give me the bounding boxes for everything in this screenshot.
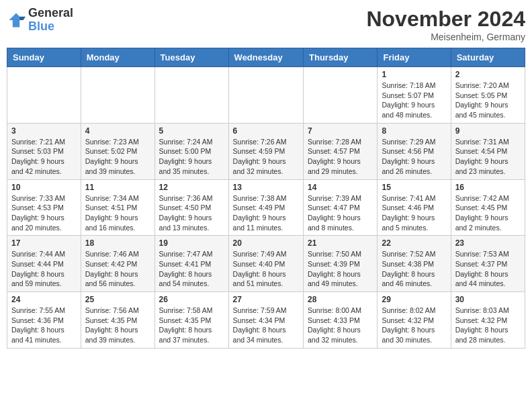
day-info: Sunrise: 7:58 AM Sunset: 4:35 PM Dayligh… bbox=[159, 306, 224, 345]
day-number: 12 bbox=[159, 183, 224, 192]
calendar-cell: 27Sunrise: 7:59 AM Sunset: 4:34 PM Dayli… bbox=[228, 292, 303, 349]
calendar-cell: 10Sunrise: 7:33 AM Sunset: 4:53 PM Dayli… bbox=[7, 179, 81, 236]
calendar-cell bbox=[81, 67, 154, 124]
calendar-cell: 22Sunrise: 7:52 AM Sunset: 4:38 PM Dayli… bbox=[378, 236, 451, 292]
day-info: Sunrise: 8:03 AM Sunset: 4:32 PM Dayligh… bbox=[455, 306, 521, 345]
day-info: Sunrise: 7:18 AM Sunset: 5:07 PM Dayligh… bbox=[382, 81, 446, 120]
day-number: 19 bbox=[159, 238, 224, 248]
logo-text: General Blue bbox=[28, 7, 73, 34]
calendar-body: 1Sunrise: 7:18 AM Sunset: 5:07 PM Daylig… bbox=[7, 67, 525, 349]
header-day-thursday: Thursday bbox=[304, 48, 378, 67]
day-number: 28 bbox=[308, 295, 373, 304]
day-info: Sunrise: 7:47 AM Sunset: 4:41 PM Dayligh… bbox=[159, 249, 224, 289]
calendar-cell: 14Sunrise: 7:39 AM Sunset: 4:47 PM Dayli… bbox=[304, 179, 378, 236]
calendar-cell: 13Sunrise: 7:38 AM Sunset: 4:49 PM Dayli… bbox=[228, 179, 303, 236]
day-number: 2 bbox=[455, 70, 521, 79]
svg-marker-1 bbox=[19, 17, 26, 20]
day-number: 26 bbox=[159, 295, 224, 304]
calendar-cell: 5Sunrise: 7:24 AM Sunset: 5:00 PM Daylig… bbox=[154, 123, 228, 179]
day-number: 4 bbox=[85, 126, 150, 136]
header-day-tuesday: Tuesday bbox=[154, 48, 228, 67]
day-info: Sunrise: 7:56 AM Sunset: 4:35 PM Dayligh… bbox=[85, 306, 150, 345]
calendar-cell: 25Sunrise: 7:56 AM Sunset: 4:35 PM Dayli… bbox=[81, 292, 154, 349]
calendar-cell: 28Sunrise: 8:00 AM Sunset: 4:33 PM Dayli… bbox=[304, 292, 378, 349]
day-number: 14 bbox=[308, 183, 373, 192]
day-number: 6 bbox=[233, 126, 299, 136]
day-info: Sunrise: 7:39 AM Sunset: 4:47 PM Dayligh… bbox=[308, 193, 373, 233]
calendar-cell: 20Sunrise: 7:49 AM Sunset: 4:40 PM Dayli… bbox=[228, 236, 303, 292]
calendar-cell: 3Sunrise: 7:21 AM Sunset: 5:03 PM Daylig… bbox=[7, 123, 81, 179]
day-info: Sunrise: 7:21 AM Sunset: 5:03 PM Dayligh… bbox=[11, 137, 77, 177]
calendar-cell: 16Sunrise: 7:42 AM Sunset: 4:45 PM Dayli… bbox=[451, 179, 525, 236]
day-number: 5 bbox=[159, 126, 224, 136]
day-number: 3 bbox=[11, 126, 77, 136]
day-number: 11 bbox=[85, 183, 150, 192]
week-row-4: 17Sunrise: 7:44 AM Sunset: 4:44 PM Dayli… bbox=[7, 236, 525, 292]
week-row-3: 10Sunrise: 7:33 AM Sunset: 4:53 PM Dayli… bbox=[7, 179, 525, 236]
day-info: Sunrise: 7:36 AM Sunset: 4:50 PM Dayligh… bbox=[159, 193, 224, 233]
day-info: Sunrise: 7:20 AM Sunset: 5:05 PM Dayligh… bbox=[455, 81, 521, 120]
calendar: SundayMondayTuesdayWednesdayThursdayFrid… bbox=[7, 48, 525, 349]
day-info: Sunrise: 7:41 AM Sunset: 4:46 PM Dayligh… bbox=[382, 193, 446, 233]
day-info: Sunrise: 7:34 AM Sunset: 4:51 PM Dayligh… bbox=[85, 193, 150, 233]
day-number: 29 bbox=[382, 295, 446, 304]
day-info: Sunrise: 7:38 AM Sunset: 4:49 PM Dayligh… bbox=[233, 193, 299, 233]
header-day-saturday: Saturday bbox=[451, 48, 525, 67]
day-number: 22 bbox=[382, 238, 446, 248]
calendar-cell: 18Sunrise: 7:46 AM Sunset: 4:42 PM Dayli… bbox=[81, 236, 154, 292]
calendar-cell: 23Sunrise: 7:53 AM Sunset: 4:37 PM Dayli… bbox=[451, 236, 525, 292]
day-number: 25 bbox=[85, 295, 150, 304]
week-row-1: 1Sunrise: 7:18 AM Sunset: 5:07 PM Daylig… bbox=[7, 67, 525, 124]
calendar-cell: 9Sunrise: 7:31 AM Sunset: 4:54 PM Daylig… bbox=[451, 123, 525, 179]
day-info: Sunrise: 7:46 AM Sunset: 4:42 PM Dayligh… bbox=[85, 249, 150, 289]
calendar-cell: 7Sunrise: 7:28 AM Sunset: 4:57 PM Daylig… bbox=[304, 123, 378, 179]
calendar-cell: 6Sunrise: 7:26 AM Sunset: 4:59 PM Daylig… bbox=[228, 123, 303, 179]
logo-general: General bbox=[28, 7, 73, 20]
logo: General Blue bbox=[7, 7, 73, 34]
day-number: 23 bbox=[455, 238, 521, 248]
day-number: 1 bbox=[382, 70, 446, 79]
calendar-cell: 4Sunrise: 7:23 AM Sunset: 5:02 PM Daylig… bbox=[81, 123, 154, 179]
header-day-friday: Friday bbox=[378, 48, 451, 67]
calendar-cell: 15Sunrise: 7:41 AM Sunset: 4:46 PM Dayli… bbox=[378, 179, 451, 236]
calendar-cell: 30Sunrise: 8:03 AM Sunset: 4:32 PM Dayli… bbox=[451, 292, 525, 349]
day-number: 27 bbox=[233, 295, 299, 304]
calendar-cell: 8Sunrise: 7:29 AM Sunset: 4:56 PM Daylig… bbox=[378, 123, 451, 179]
day-info: Sunrise: 7:53 AM Sunset: 4:37 PM Dayligh… bbox=[455, 249, 521, 289]
day-info: Sunrise: 7:49 AM Sunset: 4:40 PM Dayligh… bbox=[233, 249, 299, 289]
header-row: SundayMondayTuesdayWednesdayThursdayFrid… bbox=[7, 48, 525, 67]
day-number: 24 bbox=[11, 295, 77, 304]
location: Meisenheim, Germany bbox=[366, 32, 525, 42]
header-day-wednesday: Wednesday bbox=[228, 48, 303, 67]
calendar-cell bbox=[228, 67, 303, 124]
day-number: 30 bbox=[455, 295, 521, 304]
calendar-cell: 24Sunrise: 7:55 AM Sunset: 4:36 PM Dayli… bbox=[7, 292, 81, 349]
day-number: 16 bbox=[455, 183, 521, 192]
week-row-2: 3Sunrise: 7:21 AM Sunset: 5:03 PM Daylig… bbox=[7, 123, 525, 179]
day-info: Sunrise: 8:02 AM Sunset: 4:32 PM Dayligh… bbox=[382, 306, 446, 345]
day-number: 18 bbox=[85, 238, 150, 248]
calendar-cell bbox=[7, 67, 81, 124]
day-number: 10 bbox=[11, 183, 77, 192]
day-info: Sunrise: 7:23 AM Sunset: 5:02 PM Dayligh… bbox=[85, 137, 150, 177]
day-info: Sunrise: 7:31 AM Sunset: 4:54 PM Dayligh… bbox=[455, 137, 521, 177]
calendar-cell: 21Sunrise: 7:50 AM Sunset: 4:39 PM Dayli… bbox=[304, 236, 378, 292]
day-number: 15 bbox=[382, 183, 446, 192]
day-info: Sunrise: 7:33 AM Sunset: 4:53 PM Dayligh… bbox=[11, 193, 77, 233]
day-number: 20 bbox=[233, 238, 299, 248]
calendar-cell: 17Sunrise: 7:44 AM Sunset: 4:44 PM Dayli… bbox=[7, 236, 81, 292]
header-day-sunday: Sunday bbox=[7, 48, 81, 67]
day-info: Sunrise: 7:44 AM Sunset: 4:44 PM Dayligh… bbox=[11, 249, 77, 289]
day-info: Sunrise: 7:59 AM Sunset: 4:34 PM Dayligh… bbox=[233, 306, 299, 345]
calendar-cell: 11Sunrise: 7:34 AM Sunset: 4:51 PM Dayli… bbox=[81, 179, 154, 236]
calendar-cell bbox=[154, 67, 228, 124]
day-number: 21 bbox=[308, 238, 373, 248]
day-info: Sunrise: 7:55 AM Sunset: 4:36 PM Dayligh… bbox=[11, 306, 77, 345]
day-number: 7 bbox=[308, 126, 373, 136]
month-title: November 2024 bbox=[366, 7, 525, 32]
day-number: 8 bbox=[382, 126, 446, 136]
header-day-monday: Monday bbox=[81, 48, 154, 67]
day-info: Sunrise: 7:50 AM Sunset: 4:39 PM Dayligh… bbox=[308, 249, 373, 289]
day-number: 9 bbox=[455, 126, 521, 136]
day-info: Sunrise: 7:24 AM Sunset: 5:00 PM Dayligh… bbox=[159, 137, 224, 177]
